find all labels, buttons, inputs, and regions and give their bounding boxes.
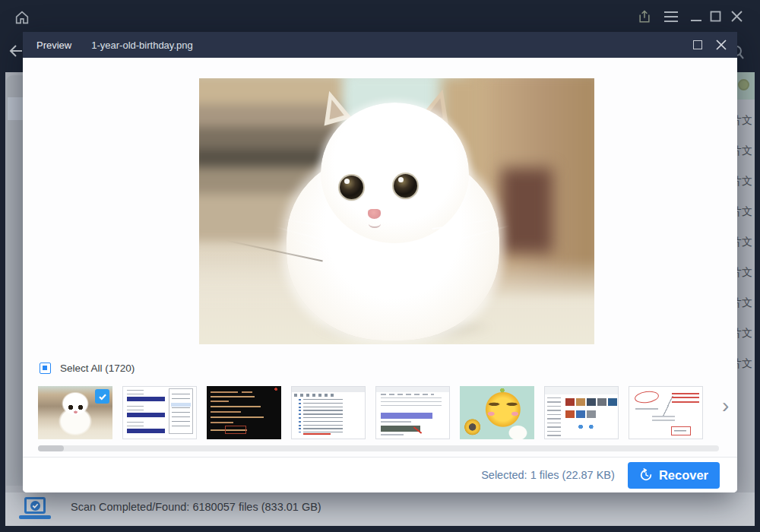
dialog-footer: Selected: 1 files (22.87 KB) Recover — [23, 457, 737, 492]
preview-filename: 1-year-old-birthday.png — [91, 40, 192, 51]
thumbnail-strip — [38, 386, 703, 439]
background-panel — [6, 75, 23, 486]
select-all-checkbox[interactable] — [40, 363, 51, 374]
scrollbar-thumb[interactable] — [38, 445, 64, 451]
app-window: 片文 片文 片文 片文 片文 片文 片文 片文 片文 Recover Scan … — [0, 0, 760, 532]
thumbnail-terminal[interactable] — [207, 386, 281, 439]
background-panel-highlight — [8, 97, 23, 120]
cat-nose — [368, 209, 381, 219]
select-all-label: Select All (1720) — [60, 363, 135, 374]
thumbnail-partition-manager[interactable] — [375, 386, 450, 439]
scan-complete-icon — [19, 497, 52, 521]
selected-check-icon[interactable] — [95, 389, 109, 404]
dialog-maximize-icon[interactable] — [693, 40, 702, 49]
close-icon[interactable] — [730, 9, 743, 23]
gear-icon — [738, 79, 749, 90]
dialog-title: Preview — [36, 40, 71, 51]
thumbnail-emoji-cartoon[interactable] — [460, 386, 534, 439]
selected-info: Selected: 1 files (22.87 KB) — [481, 469, 615, 481]
maximize-icon[interactable] — [708, 9, 722, 23]
menu-icon[interactable] — [663, 9, 679, 24]
dialog-close-icon[interactable] — [715, 40, 727, 51]
scan-status-text: Scan Completed/Found: 6180057 files (833… — [71, 501, 321, 513]
chevron-right-icon[interactable]: › — [722, 395, 729, 416]
back-arrow-icon[interactable] — [8, 43, 24, 59]
thumbnail-scrollbar[interactable] — [38, 445, 719, 451]
scan-status-bar: Scan Completed/Found: 6180057 files (833… — [5, 492, 755, 526]
recover-button[interactable]: Recover — [628, 462, 720, 489]
cat-eye — [394, 174, 417, 198]
photo-background — [501, 168, 553, 253]
cat-mouth — [369, 220, 381, 228]
restore-icon — [639, 468, 653, 482]
preview-dialog: Preview 1-year-old-birthday.png — [23, 32, 737, 492]
preview-dialog-header: Preview 1-year-old-birthday.png — [23, 32, 737, 58]
preview-image-cat — [199, 78, 594, 344]
home-icon[interactable] — [12, 8, 32, 27]
select-all-row: Select All (1720) — [40, 363, 135, 374]
thumbnail-file-explorer[interactable] — [544, 386, 619, 439]
thumbnail-cat-photo[interactable] — [38, 386, 112, 439]
recover-button-label: Recover — [659, 468, 708, 483]
share-icon[interactable] — [635, 8, 654, 26]
thumbnail-flowchart[interactable] — [629, 386, 703, 439]
cat-eye — [340, 176, 363, 199]
thumbnail-disk-management[interactable] — [122, 386, 197, 439]
thumbnail-device-manager[interactable] — [291, 386, 366, 439]
cat-head — [321, 103, 469, 243]
minimize-icon[interactable] — [689, 8, 704, 24]
